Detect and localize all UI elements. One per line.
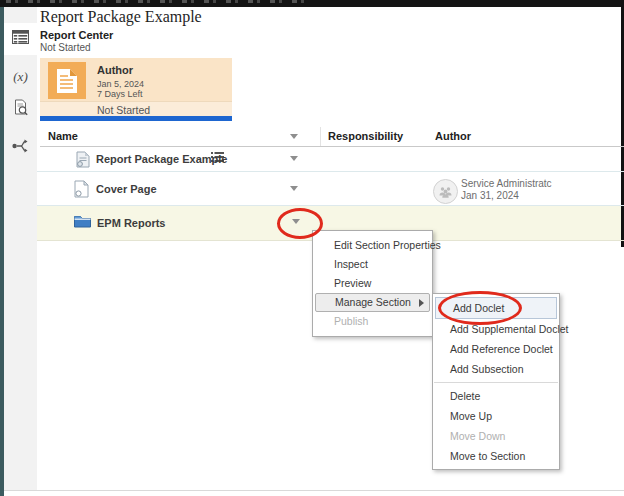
author-phase-card[interactable]: Author Jan 5, 2024 7 Days Left Not Start… [40,58,232,116]
document-search-icon [13,99,29,120]
row2-author-date: Jan 31, 2024 [461,190,519,202]
phase-days-left: 7 Days Left [97,89,143,99]
cover-page-doclet-icon [74,180,89,202]
column-header-responsibility[interactable]: Responsibility [328,130,403,142]
branch-flow-icon [12,138,29,158]
rail-item-report-center[interactable] [4,23,37,55]
menu-divider [434,382,558,383]
phase-progress-bar [40,116,232,121]
report-center-label: Report Center [40,29,113,41]
cropped-text-fragment [6,0,306,3]
submenu-arrow-icon [419,299,424,307]
menu-item-edit-section-properties[interactable]: Edit Section Properties [313,236,432,255]
annotation-circle-dropdown [277,208,323,239]
package-status: Not Started [40,42,91,53]
bottom-divider [4,490,624,496]
submenu-item-add-subsection[interactable]: Add Subsection [433,359,559,379]
phase-status-strip: Not Started [40,101,232,117]
rail-item-variables[interactable]: (x) [4,61,37,93]
section-context-menu: Edit Section Properties Inspect Preview … [312,230,433,337]
column-header-name[interactable]: Name [48,130,78,142]
submenu-item-delete[interactable]: Delete [433,386,559,406]
row-report-package-example[interactable]: Report Package Example [96,153,227,165]
report-package-doc-icon [76,151,90,172]
rail-item-inspect[interactable] [4,93,37,125]
menu-item-publish: Publish [313,312,432,331]
browser-top-edge [0,0,624,7]
epm-reports-folder-icon [74,214,91,232]
author-doc-icon [48,62,86,99]
submenu-item-add-reference-doclet[interactable]: Add Reference Doclet [433,339,559,359]
row2-dropdown-icon[interactable] [290,186,298,191]
row1-dropdown-icon[interactable] [290,156,298,161]
menu-item-manage-section[interactable]: Manage Section [315,293,430,312]
variables-icon: (x) [13,69,27,85]
submenu-item-move-down: Move Down [433,426,559,446]
menu-item-preview[interactable]: Preview [313,274,432,293]
column-divider [320,127,321,146]
report-center-grid-icon [12,30,29,48]
row-epm-reports[interactable]: EPM Reports [97,217,165,229]
menu-item-inspect[interactable]: Inspect [313,255,432,274]
page-title: Report Package Example [40,8,202,26]
row-cover-page[interactable]: Cover Page [96,183,157,195]
report-package-window: (x) Report Package Example Report Center… [0,0,624,496]
phase-name: Author [97,64,133,76]
name-header-dropdown-icon[interactable] [290,134,298,139]
menu-item-label: Manage Section [335,296,411,308]
column-header-author[interactable]: Author [435,130,471,142]
author-avatar [433,179,458,204]
row-separator [37,171,624,172]
submenu-item-move-up[interactable]: Move Up [433,406,559,426]
row2-author-name: Service Administratc [461,178,552,190]
phase-date: Jan 5, 2024 [97,79,144,89]
left-icon-rail: (x) [4,7,37,491]
rail-item-flow[interactable] [4,132,37,164]
annotation-circle-add-doclet [438,291,522,325]
submenu-item-move-to-section[interactable]: Move to Section [433,446,559,466]
header-underline [40,146,624,147]
phase-status: Not Started [97,104,150,116]
